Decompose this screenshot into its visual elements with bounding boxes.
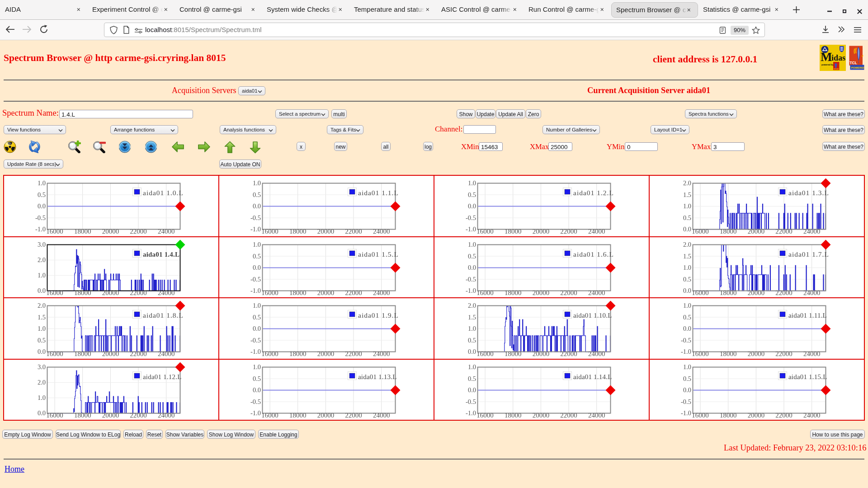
svg-text:-1.0: -1.0 — [681, 348, 691, 355]
svg-text:18000: 18000 — [289, 228, 307, 235]
svg-text:-0.5: -0.5 — [250, 337, 261, 344]
svg-text:24000: 24000 — [373, 228, 390, 235]
svg-text:3.0: 3.0 — [38, 363, 46, 371]
svg-text:24000: 24000 — [588, 350, 605, 357]
svg-text:24000: 24000 — [158, 350, 175, 357]
svg-text:0.0: 0.0 — [683, 287, 691, 294]
svg-text:24000: 24000 — [803, 289, 821, 296]
svg-text:0.5: 0.5 — [38, 191, 46, 198]
svg-text:2.0: 2.0 — [38, 302, 46, 309]
svg-text:18000: 18000 — [74, 289, 91, 296]
svg-text:16000: 16000 — [261, 412, 278, 419]
svg-text:22000: 22000 — [560, 350, 577, 357]
svg-text:22000: 22000 — [130, 289, 147, 296]
svg-text:0.5: 0.5 — [253, 252, 261, 259]
svg-text:1.0: 1.0 — [38, 325, 46, 332]
svg-text:22000: 22000 — [775, 228, 793, 235]
svg-text:0.5: 0.5 — [38, 337, 46, 344]
svg-text:1.0: 1.0 — [38, 272, 46, 279]
svg-text:1.0: 1.0 — [468, 325, 476, 332]
svg-text:20000: 20000 — [317, 289, 335, 296]
svg-text:20000: 20000 — [102, 228, 119, 235]
svg-text:0.0: 0.0 — [468, 202, 476, 210]
svg-text:3.0: 3.0 — [38, 241, 46, 248]
svg-text:16000: 16000 — [476, 289, 494, 296]
svg-text:16000: 16000 — [692, 289, 709, 296]
svg-text:18000: 18000 — [74, 228, 91, 235]
svg-text:24000: 24000 — [588, 228, 605, 235]
svg-text:0.0: 0.0 — [683, 325, 691, 332]
svg-text:20000: 20000 — [533, 412, 550, 419]
svg-text:22000: 22000 — [775, 289, 793, 296]
svg-text:1.0: 1.0 — [683, 302, 691, 309]
svg-text:16000: 16000 — [692, 412, 709, 419]
svg-text:18000: 18000 — [74, 412, 91, 419]
svg-text:2.0: 2.0 — [683, 241, 691, 248]
svg-text:0.0: 0.0 — [683, 225, 691, 233]
svg-text:TCL: TCL — [850, 61, 858, 65]
svg-text:-0.5: -0.5 — [466, 398, 476, 405]
svg-text:1.5: 1.5 — [683, 252, 691, 259]
svg-text:-1.0: -1.0 — [35, 225, 46, 233]
svg-text:22000: 22000 — [775, 412, 793, 419]
svg-text:20000: 20000 — [102, 289, 119, 296]
svg-text:1.0: 1.0 — [468, 241, 476, 248]
svg-text:1.0: 1.0 — [683, 264, 691, 271]
svg-text:0.5: 0.5 — [253, 375, 261, 382]
svg-text:0.0: 0.0 — [683, 386, 691, 394]
svg-text:20000: 20000 — [748, 350, 765, 357]
svg-text:0.5: 0.5 — [468, 337, 476, 344]
svg-text:16000: 16000 — [46, 289, 63, 296]
svg-text:18000: 18000 — [505, 412, 522, 419]
svg-text:0.5: 0.5 — [683, 375, 691, 382]
svg-text:20000: 20000 — [748, 228, 765, 235]
svg-text:20000: 20000 — [102, 412, 119, 419]
svg-text:aida01 1.4.L: aida01 1.4.L — [143, 250, 179, 258]
svg-text:0.0: 0.0 — [468, 348, 476, 355]
svg-text:22000: 22000 — [130, 350, 147, 357]
svg-text:aida01 1.15.L: aida01 1.15.L — [788, 373, 827, 380]
svg-text:16000: 16000 — [476, 412, 494, 419]
svg-text:18000: 18000 — [505, 228, 522, 235]
svg-text:24000: 24000 — [158, 412, 175, 419]
svg-text:MIDAS: MIDAS — [834, 68, 839, 70]
svg-text:-1.0: -1.0 — [466, 287, 476, 294]
svg-text:18000: 18000 — [289, 350, 307, 357]
svg-text:-0.5: -0.5 — [250, 398, 261, 405]
svg-text:16000: 16000 — [692, 350, 709, 357]
svg-text:24000: 24000 — [373, 412, 390, 419]
svg-text:-1.0: -1.0 — [250, 225, 261, 233]
svg-text:-1.0: -1.0 — [250, 409, 261, 417]
svg-text:18000: 18000 — [289, 412, 307, 419]
svg-text:aida01 1.7.L: aida01 1.7.L — [788, 250, 829, 258]
svg-text:aida01 1.2.L: aida01 1.2.L — [573, 189, 614, 197]
svg-text:18000: 18000 — [720, 228, 737, 235]
svg-text:0.5: 0.5 — [468, 191, 476, 198]
svg-text:-0.5: -0.5 — [250, 275, 261, 282]
svg-text:2.0: 2.0 — [683, 179, 691, 187]
svg-text:aida01 1.1.L: aida01 1.1.L — [358, 189, 399, 197]
svg-text:0.0: 0.0 — [38, 202, 46, 210]
svg-text:aida01 1.12.L: aida01 1.12.L — [143, 373, 182, 380]
svg-text:24000: 24000 — [803, 350, 821, 357]
svg-text:24000: 24000 — [373, 289, 390, 296]
svg-text:24000: 24000 — [373, 350, 390, 357]
svg-text:1.0: 1.0 — [253, 241, 261, 248]
svg-text:2.0: 2.0 — [38, 256, 46, 263]
svg-text:1.0: 1.0 — [38, 179, 46, 187]
svg-text:20000: 20000 — [102, 350, 119, 357]
svg-text:idas: idas — [831, 53, 845, 62]
svg-text:24000: 24000 — [158, 289, 175, 296]
svg-text:20000: 20000 — [533, 228, 550, 235]
svg-text:aida01 1.5.L: aida01 1.5.L — [358, 250, 399, 258]
svg-text:-0.5: -0.5 — [250, 214, 261, 221]
svg-text:2.0: 2.0 — [38, 379, 46, 386]
svg-text:-0.5: -0.5 — [466, 275, 476, 282]
svg-text:16000: 16000 — [261, 289, 278, 296]
svg-text:1.5: 1.5 — [683, 191, 691, 198]
svg-text:0.5: 0.5 — [253, 191, 261, 198]
svg-text:powered by: powered by — [821, 64, 834, 66]
svg-text:22000: 22000 — [560, 289, 577, 296]
svg-text:aida01 1.8.L: aida01 1.8.L — [143, 311, 184, 319]
svg-text:-0.5: -0.5 — [466, 214, 476, 221]
